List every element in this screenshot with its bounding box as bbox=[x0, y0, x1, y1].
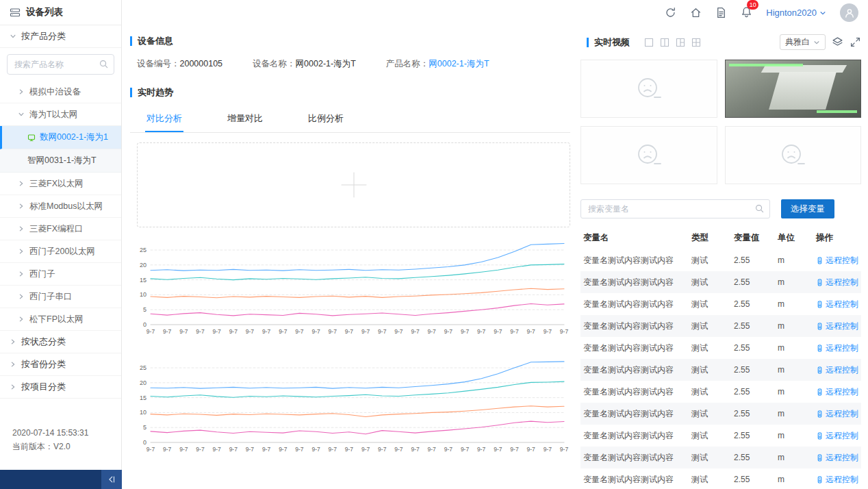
home-icon[interactable] bbox=[690, 7, 702, 18]
cell-value: 2.55 bbox=[731, 381, 775, 403]
svg-text:9-7: 9-7 bbox=[295, 446, 304, 453]
svg-text:9-7: 9-7 bbox=[179, 446, 188, 453]
collapse-arrow-icon bbox=[107, 475, 116, 484]
tree-item[interactable]: 标准Modbus以太网 bbox=[0, 195, 121, 218]
variable-search-input[interactable] bbox=[580, 199, 770, 218]
remote-control-label: 远程控制 bbox=[826, 474, 858, 486]
remote-control-link[interactable]: 远程控制 bbox=[816, 321, 858, 332]
cell-value: 2.55 bbox=[731, 271, 775, 293]
sidebar-section-province[interactable]: 按省份分类 bbox=[0, 353, 121, 376]
svg-text:15: 15 bbox=[140, 394, 146, 401]
tab-increment-compare[interactable]: 增量对比 bbox=[226, 107, 264, 132]
video-slot-1[interactable] bbox=[580, 60, 717, 118]
trend-chart-1: 05101520259-79-79-79-79-79-79-79-79-79-7… bbox=[131, 236, 571, 337]
cell-value: 2.55 bbox=[731, 359, 775, 381]
tree-item[interactable]: 西门子 bbox=[0, 263, 121, 286]
remote-control-link[interactable]: 远程控制 bbox=[816, 408, 858, 420]
sidebar-section-product[interactable]: 按产品分类 bbox=[0, 25, 121, 48]
tab-ratio-analysis[interactable]: 比例分析 bbox=[307, 107, 345, 132]
svg-text:9-7: 9-7 bbox=[329, 446, 337, 453]
sidebar-section-status[interactable]: 按状态分类 bbox=[0, 331, 121, 353]
tree-item-device[interactable]: 智网0031-1-海为T bbox=[0, 149, 121, 173]
fullscreen-icon[interactable] bbox=[850, 36, 861, 48]
tree-item[interactable]: 三菱FX以太网 bbox=[0, 173, 121, 195]
tab-compare-analysis[interactable]: 对比分析 bbox=[145, 107, 183, 132]
cell-unit: m bbox=[775, 337, 813, 359]
svg-text:9-7: 9-7 bbox=[345, 446, 354, 453]
layers-icon[interactable] bbox=[832, 36, 843, 48]
tree-item[interactable]: 海为T以太网 bbox=[0, 103, 121, 126]
tree-item[interactable]: 松下FP以太网 bbox=[0, 308, 121, 331]
svg-text:9-7: 9-7 bbox=[461, 328, 470, 335]
cell-value: 2.55 bbox=[731, 249, 775, 271]
layout-three-pane-icon[interactable] bbox=[676, 38, 685, 47]
video-header: 实时视频 典雅白 bbox=[580, 34, 861, 50]
tree-item-label: 西门子 bbox=[29, 268, 55, 280]
svg-text:9-7: 9-7 bbox=[279, 328, 288, 335]
select-variable-button[interactable]: 选择变量 bbox=[781, 199, 834, 218]
tree-item[interactable]: 三菱FX编程口 bbox=[0, 218, 121, 240]
variable-row: 变量名测试内容测试内容测试2.55m远程控制 bbox=[580, 468, 861, 489]
tree-item[interactable]: 模拟中治设备 bbox=[0, 81, 121, 103]
collapse-sidebar-button[interactable] bbox=[101, 470, 122, 489]
layout-grid-icon[interactable] bbox=[691, 38, 701, 47]
remote-control-link[interactable]: 远程控制 bbox=[816, 474, 858, 486]
chevron-down-icon bbox=[18, 111, 25, 118]
trend-chart-2: 05101520259-79-79-79-79-79-79-79-79-79-7… bbox=[131, 353, 571, 455]
remote-control-link[interactable]: 远程控制 bbox=[816, 430, 858, 442]
layout-two-pane-icon[interactable] bbox=[660, 38, 669, 47]
tree-item[interactable]: 西门子串口 bbox=[0, 286, 121, 308]
notifications[interactable]: 10 bbox=[741, 6, 752, 20]
product-search bbox=[7, 54, 114, 75]
remote-control-icon bbox=[816, 388, 824, 396]
variable-row: 变量名测试内容测试内容测试2.55m远程控制 bbox=[580, 425, 861, 447]
svg-text:9-7: 9-7 bbox=[262, 328, 271, 335]
remote-control-link[interactable]: 远程控制 bbox=[816, 452, 858, 464]
video-slot-4[interactable] bbox=[725, 126, 862, 184]
sidebar-section-project[interactable]: 按项目分类 bbox=[0, 376, 121, 399]
search-icon[interactable] bbox=[755, 204, 764, 213]
remote-control-link[interactable]: 远程控制 bbox=[816, 386, 858, 398]
svg-text:9-7: 9-7 bbox=[196, 446, 205, 453]
cell-type: 测试 bbox=[689, 271, 731, 293]
svg-text:9-7: 9-7 bbox=[461, 446, 470, 453]
remote-control-link[interactable]: 远程控制 bbox=[816, 255, 858, 266]
cell-unit: m bbox=[775, 315, 813, 337]
remote-control-icon bbox=[816, 323, 824, 330]
layout-single-icon[interactable] bbox=[644, 38, 654, 47]
remote-control-link[interactable]: 远程控制 bbox=[816, 299, 858, 310]
avatar[interactable] bbox=[840, 3, 858, 22]
add-chart-placeholder[interactable] bbox=[137, 142, 570, 227]
device-icon bbox=[27, 134, 36, 142]
product-name-link[interactable]: 网0002-1-海为T bbox=[429, 59, 489, 68]
variable-table-header: 变量名 类型 变量值 单位 操作 bbox=[580, 227, 861, 249]
section-label: 按产品分类 bbox=[21, 30, 66, 42]
cell-type: 测试 bbox=[689, 359, 731, 381]
cell-type: 测试 bbox=[689, 249, 731, 271]
tree-item[interactable]: 西门子200以太网 bbox=[0, 240, 121, 263]
user-menu[interactable]: Hignton2020 bbox=[766, 8, 826, 18]
search-icon[interactable] bbox=[99, 60, 108, 68]
svg-text:9-7: 9-7 bbox=[361, 446, 370, 453]
remote-control-link[interactable]: 远程控制 bbox=[816, 364, 858, 376]
document-icon[interactable] bbox=[715, 7, 727, 18]
svg-text:9-7: 9-7 bbox=[560, 446, 569, 453]
svg-text:9-7: 9-7 bbox=[262, 446, 271, 453]
sidebar-collapse-bar bbox=[0, 470, 122, 489]
device-info-fields: 设备编号：200000105 设备名称：网0002-1-海为T 产品名称：网00… bbox=[137, 58, 578, 70]
svg-text:9-7: 9-7 bbox=[394, 446, 403, 453]
video-slot-2-live-feed[interactable] bbox=[725, 60, 862, 118]
product-search-input[interactable] bbox=[7, 54, 114, 75]
remote-control-link[interactable]: 远程控制 bbox=[816, 342, 858, 354]
remote-control-label: 远程控制 bbox=[826, 452, 858, 464]
refresh-icon[interactable] bbox=[665, 7, 676, 18]
chevron-right-icon bbox=[18, 88, 25, 95]
video-slot-3[interactable] bbox=[580, 126, 717, 184]
variable-search bbox=[580, 199, 770, 218]
tree-item-device[interactable]: 数网0002-1-海为1 bbox=[0, 126, 121, 149]
chevron-down-icon bbox=[813, 39, 820, 46]
theme-select[interactable]: 典雅白 bbox=[780, 34, 826, 50]
cell-value: 2.55 bbox=[731, 337, 775, 359]
variable-toolbar: 选择变量 bbox=[580, 199, 861, 218]
remote-control-link[interactable]: 远程控制 bbox=[816, 277, 858, 288]
